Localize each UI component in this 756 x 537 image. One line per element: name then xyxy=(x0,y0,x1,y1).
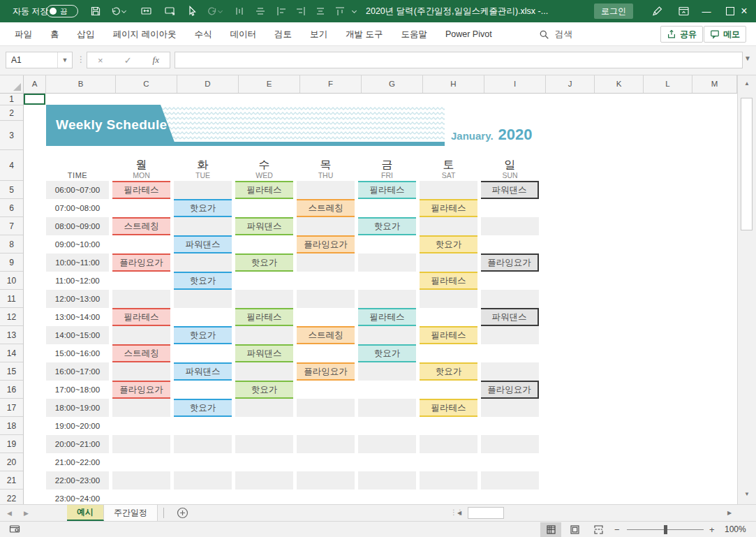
ribbon-display-options-button[interactable] xyxy=(674,0,692,22)
autosave-toggle[interactable]: 끔 xyxy=(46,0,78,22)
time-cell[interactable]: 23:00~24:00 xyxy=(46,490,109,504)
row-header-7[interactable]: 7 xyxy=(0,217,23,235)
schedule-cell-wed[interactable]: 필라테스 xyxy=(235,181,293,199)
ribbon-tab-5[interactable]: 수식 xyxy=(185,22,221,46)
day-header-thu[interactable]: 목THU xyxy=(297,150,355,181)
schedule-cell-wed[interactable] xyxy=(235,235,293,253)
accessibility-status[interactable] xyxy=(4,522,25,537)
row-header-10[interactable]: 10 xyxy=(0,272,23,290)
time-cell[interactable]: 20:00~21:00 xyxy=(46,435,109,453)
schedule-cell-fri[interactable] xyxy=(358,362,416,381)
day-header-sat[interactable]: 토SAT xyxy=(420,150,477,181)
time-cell[interactable]: 18:00~19:00 xyxy=(46,399,109,417)
select-all-corner[interactable] xyxy=(0,75,24,93)
ribbon-tab-3[interactable]: 삽입 xyxy=(68,22,104,46)
ribbon-tab-8[interactable]: 보기 xyxy=(301,22,336,46)
row-header-18[interactable]: 18 xyxy=(0,417,23,435)
row-header-3[interactable]: 3 xyxy=(0,121,23,150)
normal-view-button[interactable] xyxy=(540,522,561,537)
schedule-cell-thu[interactable] xyxy=(297,471,355,490)
schedule-cell-wed[interactable] xyxy=(235,435,293,453)
column-header-E[interactable]: E xyxy=(239,75,300,93)
time-cell[interactable]: 12:00~13:00 xyxy=(46,290,109,308)
schedule-cell-thu[interactable]: 스트레칭 xyxy=(297,199,355,217)
schedule-cell-sun[interactable] xyxy=(481,399,539,417)
schedule-cell-fri[interactable] xyxy=(358,199,416,217)
column-header-G[interactable]: G xyxy=(362,75,423,93)
schedule-cell-tue[interactable] xyxy=(174,344,232,362)
schedule-cell-tue[interactable] xyxy=(174,490,232,504)
name-box-dropdown-icon[interactable]: ▼ xyxy=(57,52,72,68)
ribbon-tab-10[interactable]: 도움말 xyxy=(392,22,436,46)
hscroll-left-icon[interactable]: ◀ xyxy=(457,505,461,521)
schedule-cell-thu[interactable]: 플라잉요가 xyxy=(297,362,355,381)
schedule-cell-sun[interactable] xyxy=(481,199,539,217)
schedule-cell-tue[interactable] xyxy=(174,217,232,235)
scroll-up-icon[interactable]: ▲ xyxy=(738,77,756,91)
row-header-8[interactable]: 8 xyxy=(0,235,23,253)
row-header-4[interactable]: 4 xyxy=(0,150,23,181)
schedule-cell-tue[interactable] xyxy=(174,453,232,471)
day-header-mon[interactable]: 월MON xyxy=(112,150,170,181)
schedule-cell-fri[interactable] xyxy=(358,490,416,504)
schedule-cell-sat[interactable] xyxy=(420,253,477,272)
column-header-F[interactable]: F xyxy=(300,75,362,93)
schedule-cell-thu[interactable] xyxy=(297,417,355,435)
schedule-cell-sat[interactable]: 핫요가 xyxy=(420,362,477,381)
select-pointer-button[interactable] xyxy=(183,0,201,22)
schedule-cell-wed[interactable] xyxy=(235,471,293,490)
schedule-cell-tue[interactable] xyxy=(174,435,232,453)
align-center-button[interactable] xyxy=(251,0,269,22)
schedule-cell-sun[interactable]: 플라잉요가 xyxy=(481,381,539,399)
save-button[interactable] xyxy=(87,0,105,22)
row-header-12[interactable]: 12 xyxy=(0,308,23,326)
schedule-cell-wed[interactable] xyxy=(235,326,293,344)
hscroll-right-icon[interactable]: ▶ xyxy=(727,505,732,521)
close-button[interactable]: × xyxy=(732,0,756,22)
schedule-cell-thu[interactable] xyxy=(297,272,355,290)
schedule-cell-mon[interactable] xyxy=(112,435,170,453)
schedule-cell-thu[interactable]: 스트레칭 xyxy=(297,326,355,344)
schedule-cell-tue[interactable] xyxy=(174,308,232,326)
name-box[interactable]: A1 ▼ xyxy=(6,52,73,68)
row-header-1[interactable]: 1 xyxy=(0,94,23,105)
schedule-cell-wed[interactable] xyxy=(235,290,293,308)
schedule-cell-sat[interactable] xyxy=(420,453,477,471)
row-header-6[interactable]: 6 xyxy=(0,199,23,217)
schedule-cell-sat[interactable] xyxy=(420,381,477,399)
time-cell[interactable]: 07:00~08:00 xyxy=(46,199,109,217)
time-cell[interactable]: 16:00~17:00 xyxy=(46,362,109,381)
ribbon-tab-9[interactable]: 개발 도구 xyxy=(336,22,392,46)
schedule-cell-tue[interactable]: 핫요가 xyxy=(174,399,232,417)
schedule-cell-thu[interactable] xyxy=(297,253,355,272)
enter-icon[interactable]: ✓ xyxy=(124,55,132,66)
schedule-cell-thu[interactable] xyxy=(297,399,355,417)
schedule-cell-wed[interactable] xyxy=(235,362,293,381)
schedule-cell-tue[interactable] xyxy=(174,471,232,490)
schedule-cell-thu[interactable] xyxy=(297,181,355,199)
column-header-L[interactable]: L xyxy=(644,75,692,93)
align-right-button[interactable] xyxy=(292,0,310,22)
time-cell[interactable]: 17:00~18:00 xyxy=(46,381,109,399)
schedule-cell-fri[interactable]: 핫요가 xyxy=(358,217,416,235)
time-header-cell[interactable]: TIME xyxy=(46,150,109,181)
schedule-cell-fri[interactable] xyxy=(358,381,416,399)
sheet-tab-예시[interactable]: 예시 xyxy=(67,505,104,521)
schedule-cell-fri[interactable] xyxy=(358,453,416,471)
formula-bar-expand-icon[interactable]: ▼ xyxy=(744,54,751,62)
schedule-cell-mon[interactable] xyxy=(112,490,170,504)
schedule-cell-mon[interactable] xyxy=(112,453,170,471)
schedule-cell-thu[interactable] xyxy=(297,217,355,235)
time-cell[interactable]: 21:00~22:00 xyxy=(46,453,109,471)
time-cell[interactable]: 06:00~07:00 xyxy=(46,181,109,199)
formula-input[interactable] xyxy=(175,52,743,68)
schedule-cell-mon[interactable] xyxy=(112,199,170,217)
schedule-cell-sun[interactable]: 파워댄스 xyxy=(481,181,539,199)
schedule-cell-sun[interactable] xyxy=(481,362,539,381)
schedule-cell-thu[interactable] xyxy=(297,435,355,453)
time-cell[interactable]: 19:00~20:00 xyxy=(46,417,109,435)
zoom-in-icon[interactable]: + xyxy=(709,522,715,537)
schedule-cell-fri[interactable] xyxy=(358,272,416,290)
schedule-cell-tue[interactable]: 핫요가 xyxy=(174,326,232,344)
ribbon-tab-2[interactable]: 홈 xyxy=(41,22,68,46)
